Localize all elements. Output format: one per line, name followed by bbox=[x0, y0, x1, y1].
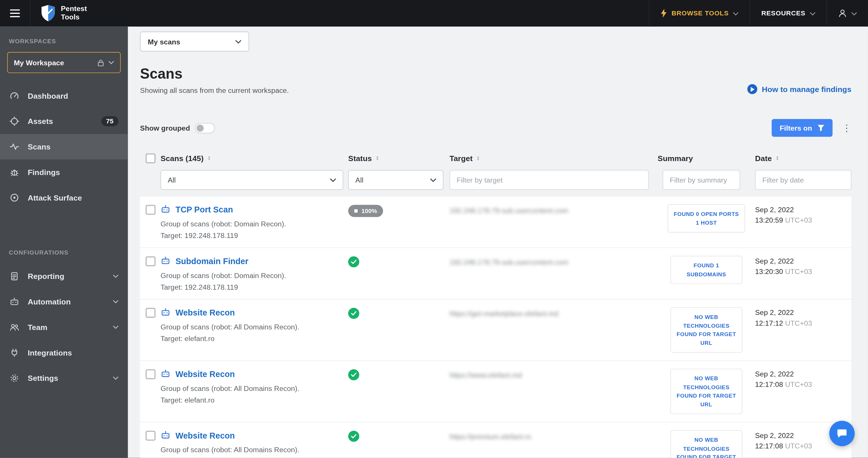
plug-icon bbox=[9, 348, 19, 358]
sidebar-item-reporting[interactable]: Reporting bbox=[0, 264, 128, 289]
summary-cell: FOUND 0 OPEN PORTS 1 HOST bbox=[658, 204, 755, 233]
target-cell: 192.248.178.79.sub.usercontent.com bbox=[450, 204, 658, 215]
summary-cell: NO WEB TECHNOLOGIES FOUND FOR TARGET URL bbox=[658, 430, 755, 458]
sort-icon[interactable]: ▲▼ bbox=[476, 156, 480, 161]
date-filter-input[interactable] bbox=[755, 170, 851, 190]
sidebar-item-findings[interactable]: Findings bbox=[0, 159, 128, 185]
scan-scope-select[interactable]: My scans bbox=[140, 32, 249, 52]
scan-table-row: Website Recon Group of scans (robot: All… bbox=[140, 422, 851, 458]
lightning-bolt-icon bbox=[660, 9, 667, 18]
row-checkbox[interactable] bbox=[146, 256, 156, 266]
sidebar-item-label: Team bbox=[28, 323, 62, 332]
status-filter-select[interactable]: All bbox=[348, 170, 443, 190]
radar-target-icon bbox=[9, 193, 19, 203]
funnel-icon bbox=[817, 124, 825, 132]
app-window: Pentest Tools BROWSE TOOLS RESOURCES bbox=[0, 0, 868, 458]
status-filter-value: All bbox=[355, 176, 364, 184]
sidebar-item-assets[interactable]: Assets 75 bbox=[0, 109, 128, 134]
summary-chip[interactable]: FOUND 0 OPEN PORTS 1 HOST bbox=[668, 204, 745, 233]
workspace-selector[interactable]: My Workspace bbox=[7, 52, 121, 73]
resources-menu[interactable]: RESOURCES bbox=[750, 0, 826, 27]
row-checkbox[interactable] bbox=[146, 308, 156, 318]
scan-type-filter-value: All bbox=[168, 176, 176, 184]
row-checkbox[interactable] bbox=[146, 205, 156, 215]
scan-name-link[interactable]: Website Recon bbox=[176, 369, 235, 378]
scan-date: Sep 2, 2022 bbox=[755, 205, 851, 215]
sidebar-item-integrations[interactable]: Integrations bbox=[0, 340, 128, 365]
scan-table-row: Subdomain Finder Group of scans (robot: … bbox=[140, 248, 851, 300]
sort-icon[interactable]: ▲▼ bbox=[776, 156, 779, 161]
shield-logo-icon bbox=[40, 4, 56, 22]
scan-target-line: Target: elefant.ro bbox=[160, 396, 348, 404]
chevron-down-icon bbox=[113, 300, 118, 303]
row-checkbox[interactable] bbox=[146, 431, 156, 440]
account-menu[interactable] bbox=[827, 0, 868, 27]
sort-icon[interactable]: ▲▼ bbox=[376, 156, 379, 161]
summary-chip[interactable]: NO WEB TECHNOLOGIES FOUND FOR TARGET URL bbox=[670, 369, 742, 414]
resources-label: RESOURCES bbox=[762, 9, 806, 17]
dashboard-gauge-icon bbox=[9, 91, 19, 101]
sidebar-item-automation[interactable]: Automation bbox=[0, 289, 128, 315]
sidebar-item-label: Dashboard bbox=[28, 91, 118, 100]
configurations-section-label: CONFIGURATIONS bbox=[0, 249, 128, 256]
hamburger-menu-button[interactable] bbox=[0, 0, 30, 27]
column-header-scans: Scans (145) ▲▼ bbox=[160, 154, 348, 163]
show-grouped-toggle[interactable] bbox=[195, 123, 215, 133]
lock-icon bbox=[97, 59, 104, 66]
summary-chip[interactable]: FOUND 1 SUBDOMAINS bbox=[670, 256, 742, 284]
scan-date: Sep 2, 2022 bbox=[755, 369, 851, 379]
summary-chip[interactable]: NO WEB TECHNOLOGIES FOUND FOR TARGET URL bbox=[670, 307, 742, 353]
browse-tools-menu[interactable]: BROWSE TOOLS bbox=[649, 0, 750, 27]
more-options-kebab-menu[interactable]: ⋮ bbox=[842, 123, 851, 132]
scan-target-line: Target: 192.248.178.119 bbox=[160, 283, 348, 292]
scan-description: Group of scans (robot: Domain Recon). bbox=[160, 271, 348, 280]
select-all-checkbox[interactable] bbox=[146, 153, 156, 163]
table-filter-row: All All bbox=[140, 170, 851, 190]
status-cell: 100% bbox=[348, 204, 450, 217]
scan-cell: Website Recon Group of scans (robot: All… bbox=[160, 369, 348, 404]
user-icon bbox=[838, 9, 847, 18]
scan-group-robot-icon bbox=[160, 256, 170, 266]
sidebar-item-label: Scans bbox=[28, 142, 118, 151]
sidebar-item-attack-surface[interactable]: Attack Surface bbox=[0, 185, 128, 210]
workspaces-section-label: WORKSPACES bbox=[0, 38, 128, 44]
scan-type-filter-select[interactable]: All bbox=[160, 170, 343, 190]
target-cell: https://www.elefant.md bbox=[450, 369, 658, 379]
chevron-down-icon bbox=[113, 326, 118, 329]
scan-timezone: UTC+03 bbox=[785, 380, 812, 389]
sidebar-item-scans[interactable]: Scans bbox=[0, 134, 128, 160]
summary-cell: FOUND 1 SUBDOMAINS bbox=[658, 256, 755, 284]
scan-name-link[interactable]: Website Recon bbox=[176, 430, 235, 440]
filters-on-button[interactable]: Filters on bbox=[772, 119, 833, 137]
sidebar-item-dashboard[interactable]: Dashboard bbox=[0, 83, 128, 109]
summary-chip[interactable]: NO WEB TECHNOLOGIES FOUND FOR TARGET URL bbox=[670, 430, 742, 458]
scan-time: 12:17:08 bbox=[755, 442, 783, 450]
report-document-icon bbox=[9, 271, 19, 281]
chat-support-button[interactable] bbox=[829, 421, 855, 447]
scan-name-link[interactable]: Subdomain Finder bbox=[176, 256, 248, 265]
target-filter-input[interactable] bbox=[450, 170, 649, 190]
scan-target-line: Target: 192.248.178.119 bbox=[160, 231, 348, 240]
sidebar-item-settings[interactable]: Settings bbox=[0, 365, 128, 391]
assets-count-badge: 75 bbox=[101, 116, 118, 126]
target-cell: 192.248.178.79.sub.usercontent.com bbox=[450, 256, 658, 266]
sidebar-item-team[interactable]: Team bbox=[0, 314, 128, 340]
scan-name-link[interactable]: TCP Port Scan bbox=[176, 205, 233, 214]
scan-timezone: UTC+03 bbox=[785, 442, 812, 450]
play-video-icon bbox=[748, 84, 757, 94]
scan-name-link[interactable]: Website Recon bbox=[176, 308, 235, 317]
row-checkbox[interactable] bbox=[146, 369, 156, 379]
success-check-icon bbox=[348, 308, 359, 319]
gear-icon bbox=[9, 373, 19, 383]
chevron-down-icon bbox=[733, 9, 739, 17]
chevron-down-icon bbox=[235, 39, 242, 43]
how-to-manage-findings-link[interactable]: How to manage findings bbox=[748, 84, 851, 94]
pentest-tools-logo[interactable]: Pentest Tools bbox=[30, 0, 97, 27]
column-header-date: Date ▲▼ bbox=[755, 154, 851, 163]
sort-icon[interactable]: ▲▼ bbox=[208, 156, 211, 161]
scan-time: 12:17:12 bbox=[755, 319, 783, 327]
blurred-target: 192.248.178.79.sub.usercontent.com bbox=[450, 258, 649, 267]
scan-target-line: Target: elefant.ro bbox=[160, 457, 348, 458]
summary-filter-input[interactable] bbox=[662, 170, 740, 190]
hamburger-icon bbox=[10, 9, 20, 17]
